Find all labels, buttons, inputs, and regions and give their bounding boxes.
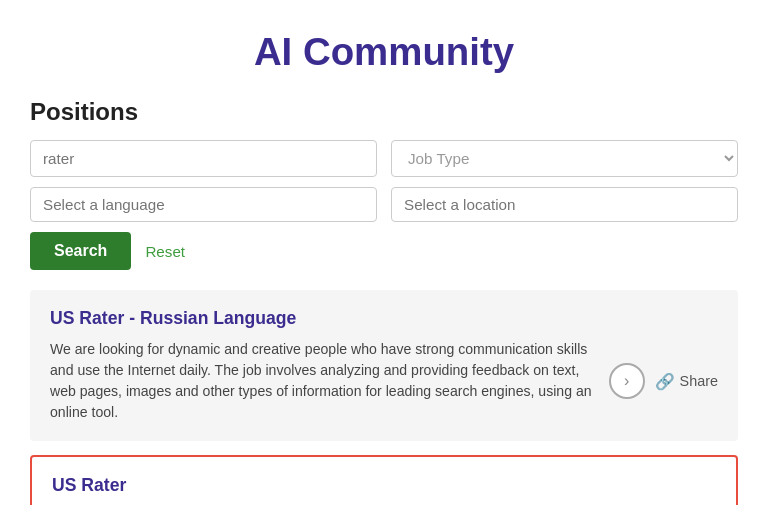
job-actions: › 🔗 Share	[609, 363, 718, 399]
keyword-input[interactable]	[30, 140, 377, 177]
filter-row-1: Job Type Full-time Part-time Contract	[30, 140, 738, 177]
job-type-select[interactable]: Job Type Full-time Part-time Contract	[391, 140, 738, 177]
button-row: Search Reset	[30, 232, 738, 270]
job-body: We are looking for dynamic and creative …	[50, 339, 718, 423]
job-detail-button[interactable]: ›	[609, 363, 645, 399]
filter-row-2	[30, 187, 738, 222]
job-description: We are looking for dynamic and creative …	[50, 339, 597, 423]
positions-section: Positions Job Type Full-time Part-time C…	[30, 98, 738, 270]
language-input[interactable]	[30, 187, 377, 222]
reset-button[interactable]: Reset	[145, 243, 185, 260]
page-title: AI Community	[30, 30, 738, 74]
chevron-right-icon: ›	[624, 372, 629, 390]
job-title: US Rater	[52, 475, 716, 496]
job-card-highlighted: US Rater We are looking for dynamic and …	[30, 455, 738, 505]
share-icon: 🔗	[655, 372, 675, 391]
share-label: Share	[680, 373, 718, 389]
job-title: US Rater - Russian Language	[50, 308, 718, 329]
search-button[interactable]: Search	[30, 232, 131, 270]
job-card: US Rater - Russian Language We are looki…	[30, 290, 738, 441]
share-link[interactable]: 🔗 Share	[655, 372, 718, 391]
location-input[interactable]	[391, 187, 738, 222]
positions-heading: Positions	[30, 98, 738, 126]
results-section: US Rater - Russian Language We are looki…	[30, 290, 738, 505]
